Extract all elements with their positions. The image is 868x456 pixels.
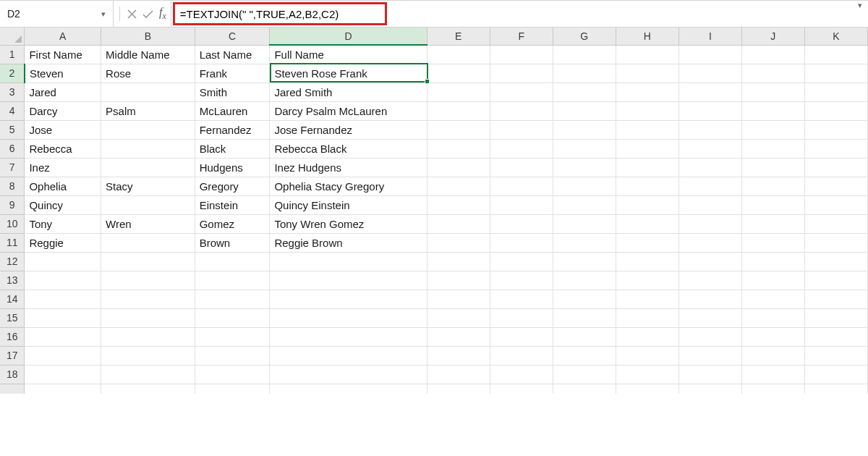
cell-G3[interactable] [553, 83, 616, 101]
col-header-j[interactable]: J [741, 28, 804, 45]
cell-C9[interactable]: Einstein [195, 195, 270, 214]
cell-F1[interactable] [490, 45, 553, 64]
cell-G19[interactable] [553, 384, 616, 394]
cell-B13[interactable] [101, 271, 195, 290]
col-header-a[interactable]: A [25, 28, 101, 45]
cell-F5[interactable] [490, 120, 553, 139]
cell-D7[interactable]: Inez Hudgens [270, 158, 427, 177]
cell-B15[interactable] [101, 308, 195, 327]
cell-B18[interactable] [101, 365, 195, 384]
cell-H2[interactable] [616, 64, 678, 83]
row-header-13[interactable]: 13 [0, 271, 25, 290]
cell-I3[interactable] [678, 83, 741, 101]
cell-D4[interactable]: Darcy Psalm McLauren [270, 101, 427, 120]
cell-H10[interactable] [616, 214, 678, 233]
cell-I8[interactable] [678, 177, 741, 195]
cell-G7[interactable] [553, 158, 616, 177]
col-header-i[interactable]: I [678, 28, 741, 45]
cell-G18[interactable] [553, 365, 616, 384]
cell-A19[interactable] [25, 384, 101, 394]
cell-G12[interactable] [553, 252, 616, 271]
cell-K3[interactable] [804, 83, 867, 101]
cell-H17[interactable] [616, 346, 678, 365]
cell-F13[interactable] [490, 271, 553, 290]
cell-I15[interactable] [678, 308, 741, 327]
cell-I18[interactable] [678, 365, 741, 384]
cell-K10[interactable] [804, 214, 867, 233]
cell-D1[interactable]: Full Name [270, 45, 427, 64]
cell-D17[interactable] [270, 346, 427, 365]
name-box[interactable] [7, 8, 98, 20]
cell-F11[interactable] [490, 233, 553, 252]
cell-F17[interactable] [490, 346, 553, 365]
col-header-g[interactable]: G [553, 28, 616, 45]
cell-B4[interactable]: Psalm [101, 101, 195, 120]
cell-K16[interactable] [804, 327, 867, 346]
cell-J7[interactable] [741, 158, 804, 177]
cell-J14[interactable] [741, 290, 804, 308]
cell-I1[interactable] [678, 45, 741, 64]
cell-C1[interactable]: Last Name [195, 45, 270, 64]
cell-J8[interactable] [741, 177, 804, 195]
row-header-1[interactable]: 1 [0, 45, 25, 64]
cell-E19[interactable] [427, 384, 490, 394]
cell-B19[interactable] [101, 384, 195, 394]
select-all-corner[interactable] [0, 28, 25, 45]
cell-D6[interactable]: Rebecca Black [270, 139, 427, 158]
row-header-5[interactable]: 5 [0, 120, 25, 139]
cell-E6[interactable] [427, 139, 490, 158]
cell-A11[interactable]: Reggie [25, 233, 101, 252]
cell-H13[interactable] [616, 271, 678, 290]
col-header-c[interactable]: C [195, 28, 270, 45]
cell-C5[interactable]: Fernandez [195, 120, 270, 139]
grid-table[interactable]: ABCDEFGHIJK 1First NameMiddle NameLast N… [0, 28, 868, 394]
row-header-15[interactable]: 15 [0, 308, 25, 327]
cell-F16[interactable] [490, 327, 553, 346]
cell-K6[interactable] [804, 139, 867, 158]
cell-C14[interactable] [195, 290, 270, 308]
cell-J1[interactable] [741, 45, 804, 64]
cell-I19[interactable] [678, 384, 741, 394]
cell-C16[interactable] [195, 327, 270, 346]
cell-C13[interactable] [195, 271, 270, 290]
cell-I11[interactable] [678, 233, 741, 252]
cell-J3[interactable] [741, 83, 804, 101]
cell-J6[interactable] [741, 139, 804, 158]
cell-K18[interactable] [804, 365, 867, 384]
cell-A18[interactable] [25, 365, 101, 384]
cell-E7[interactable] [427, 158, 490, 177]
cell-F14[interactable] [490, 290, 553, 308]
row-header-17[interactable]: 17 [0, 346, 25, 365]
chevron-down-icon[interactable]: ▾ [98, 9, 109, 19]
cell-E18[interactable] [427, 365, 490, 384]
cell-G8[interactable] [553, 177, 616, 195]
cell-B5[interactable] [101, 120, 195, 139]
cell-G2[interactable] [553, 64, 616, 83]
cell-C8[interactable]: Gregory [195, 177, 270, 195]
row-header-9[interactable]: 9 [0, 195, 25, 214]
cell-J4[interactable] [741, 101, 804, 120]
cell-F7[interactable] [490, 158, 553, 177]
cell-H11[interactable] [616, 233, 678, 252]
cell-B16[interactable] [101, 327, 195, 346]
cell-F15[interactable] [490, 308, 553, 327]
cell-J17[interactable] [741, 346, 804, 365]
cell-G5[interactable] [553, 120, 616, 139]
cell-E4[interactable] [427, 101, 490, 120]
cell-A12[interactable] [25, 252, 101, 271]
cell-K11[interactable] [804, 233, 867, 252]
cell-C12[interactable] [195, 252, 270, 271]
cell-C7[interactable]: Hudgens [195, 158, 270, 177]
cell-J16[interactable] [741, 327, 804, 346]
cell-K14[interactable] [804, 290, 867, 308]
cell-E2[interactable] [427, 64, 490, 83]
cell-E3[interactable] [427, 83, 490, 101]
cell-K15[interactable] [804, 308, 867, 327]
cell-B6[interactable] [101, 139, 195, 158]
cell-B7[interactable] [101, 158, 195, 177]
cell-J13[interactable] [741, 271, 804, 290]
cell-E15[interactable] [427, 308, 490, 327]
col-header-h[interactable]: H [616, 28, 678, 45]
cell-D16[interactable] [270, 327, 427, 346]
row-header-3[interactable]: 3 [0, 83, 25, 101]
